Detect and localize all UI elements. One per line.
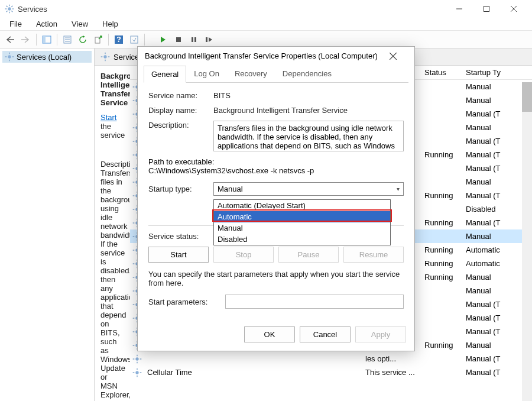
toolbar-button[interactable]: [127, 33, 141, 47]
cell-status: [420, 140, 461, 143]
cell-startup: Manual (T: [461, 163, 508, 174]
svg-line-7: [7, 11, 8, 12]
stop-service-button[interactable]: [171, 33, 186, 47]
cell-description: This service ...: [361, 367, 420, 378]
cell-startup: Manual: [461, 285, 508, 296]
cell-startup: Manual: [461, 231, 508, 242]
start-button[interactable]: Start: [148, 247, 209, 263]
svg-point-32: [103, 55, 106, 58]
cell-startup: Manual: [461, 81, 508, 92]
svg-rect-24: [192, 37, 193, 42]
pause-service-button[interactable]: [187, 33, 201, 47]
startup-type-value: Manual: [218, 185, 243, 193]
help-button[interactable]: ?: [112, 33, 126, 47]
svg-line-5: [7, 6, 8, 7]
gear-icon: [130, 368, 142, 377]
description-text: Transfers files in the background using …: [100, 169, 124, 401]
menu-help[interactable]: Help: [96, 18, 124, 30]
cell-status: Running: [420, 244, 461, 256]
cell-status: Running: [420, 149, 461, 160]
parameters-note: You can specify the start parameters tha…: [148, 270, 404, 287]
start-parameters-label: Start parameters:: [148, 297, 225, 306]
cell-status: Running: [420, 190, 461, 201]
stop-button: Stop: [213, 247, 274, 263]
service-status-label: Service status:: [148, 232, 213, 241]
service-name-label: Service name:: [148, 91, 213, 100]
display-name-value: Background Intelligent Transfer Service: [213, 106, 404, 115]
svg-rect-10: [484, 7, 489, 12]
maximize-button[interactable]: [473, 0, 500, 18]
path-value: C:\Windows\System32\svchost.exe -k netsv…: [148, 166, 404, 175]
cell-status: [420, 371, 461, 374]
tree-pane: Services (Local): [0, 48, 95, 401]
dropdown-option[interactable]: Disabled: [214, 234, 390, 245]
display-name-label: Display name:: [148, 106, 213, 115]
menu-action[interactable]: Action: [30, 18, 63, 30]
gear-icon: [5, 4, 14, 14]
scroll-thumb[interactable]: [522, 82, 532, 112]
cell-status: [420, 303, 461, 306]
properties-button[interactable]: [60, 33, 74, 47]
restart-service-button[interactable]: [202, 33, 216, 47]
service-row[interactable]: les opti...Manual (T: [130, 352, 532, 366]
vertical-scrollbar[interactable]: [522, 82, 532, 401]
back-button[interactable]: [4, 33, 18, 47]
startup-type-dropdown[interactable]: Manual ▾: [213, 182, 404, 196]
tab-dependencies[interactable]: Dependencies: [275, 65, 339, 82]
service-row[interactable]: Cellular TimeThis service ...Manual (T: [130, 366, 532, 379]
start-parameters-input[interactable]: [225, 295, 404, 309]
cell-status: [420, 235, 461, 238]
minimize-button[interactable]: [446, 0, 473, 18]
menu-file[interactable]: File: [4, 18, 28, 30]
svg-rect-25: [194, 37, 196, 42]
cell-startup: Manual (T: [461, 312, 508, 324]
ok-button[interactable]: OK: [244, 326, 295, 342]
gear-icon: [100, 52, 110, 62]
forward-button[interactable]: [19, 33, 33, 47]
dropdown-option[interactable]: Automatic (Delayed Start): [214, 200, 390, 211]
cell-startup: Manual: [461, 271, 508, 283]
cell-status: [420, 127, 461, 129]
cell-startup: Manual (T: [461, 108, 508, 119]
svg-line-6: [11, 11, 12, 12]
svg-rect-22: [131, 36, 138, 43]
svg-rect-14: [43, 36, 46, 43]
refresh-button[interactable]: [76, 33, 90, 47]
tab-general[interactable]: General: [144, 66, 186, 83]
tree-node-services-local[interactable]: Services (Local): [2, 51, 92, 63]
tree-node-label: Services (Local): [17, 53, 72, 62]
description-textbox[interactable]: Transfers files in the background using …: [213, 121, 404, 151]
menu-view[interactable]: View: [66, 18, 94, 30]
dialog-title: Background Intelligent Transfer Service …: [145, 51, 390, 60]
cell-status: Running: [420, 217, 461, 228]
close-button[interactable]: [500, 0, 527, 18]
svg-text:?: ?: [116, 35, 121, 44]
svg-point-142: [135, 371, 138, 374]
start-service-button[interactable]: [156, 33, 170, 47]
window-titlebar: Services: [0, 0, 532, 18]
cell-startup: Manual (T: [461, 353, 508, 364]
cell-startup: Manual: [461, 339, 508, 351]
svg-rect-23: [176, 37, 181, 42]
cell-startup: Manual: [461, 122, 508, 133]
cell-status: [420, 99, 461, 102]
startup-type-dropdown-list[interactable]: Automatic (Delayed Start)AutomaticManual…: [213, 199, 391, 245]
dropdown-option[interactable]: Automatic: [214, 211, 390, 222]
dropdown-option[interactable]: Manual: [214, 222, 390, 234]
tab-recovery[interactable]: Recovery: [227, 65, 275, 82]
svg-point-137: [135, 357, 138, 360]
cell-status: [420, 113, 461, 115]
tab-log-on[interactable]: Log On: [186, 65, 227, 82]
start-link[interactable]: Start: [100, 113, 116, 122]
menubar: File Action View Help: [0, 18, 532, 31]
show-hide-tree-button[interactable]: [40, 33, 54, 47]
cell-status: [420, 290, 461, 292]
detail-service-title: Background Intelligent Transfer Service: [100, 72, 124, 107]
cell-startup: Startup Ty: [461, 67, 508, 78]
cell-startup: Manual (T: [461, 190, 508, 201]
cell-startup: Manual (T: [461, 149, 508, 160]
dialog-close-button[interactable]: [390, 53, 407, 60]
export-button[interactable]: [91, 33, 105, 47]
cell-status: [420, 167, 461, 170]
cancel-button[interactable]: Cancel: [300, 326, 351, 342]
